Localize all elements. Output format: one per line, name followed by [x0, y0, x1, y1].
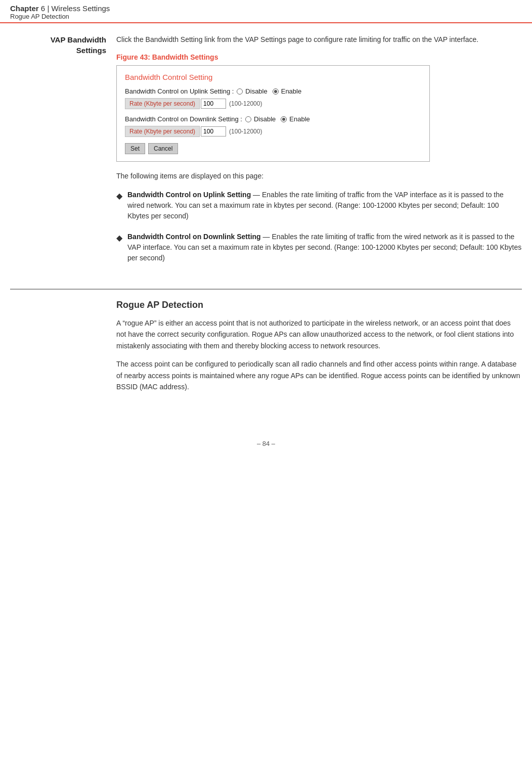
downlink-enable-label: Enable — [289, 115, 309, 123]
downlink-label: Bandwidth Control on Downlink Setting : — [125, 115, 242, 123]
bw-box-title: Bandwidth Control Setting — [125, 73, 421, 81]
page-footer: – 84 – — [0, 440, 532, 458]
uplink-enable-label: Enable — [281, 87, 301, 95]
bullet-diamond-icon: ◆ — [116, 232, 122, 244]
bullet-1-term: Bandwidth Control on Uplink Setting — [127, 191, 251, 199]
following-text: The following items are displayed on thi… — [116, 171, 522, 181]
uplink-rate-label: Rate (Kbyte per second) — [125, 98, 200, 109]
uplink-rate-input[interactable] — [201, 99, 226, 109]
uplink-disable-option[interactable]: Disable — [237, 87, 267, 95]
bullet-2-term: Bandwidth Control on Downlink Setting — [127, 233, 261, 241]
list-item: ◆ Bandwidth Control on Uplink Setting — … — [116, 190, 522, 221]
rogue-section-title: Rogue AP Detection — [116, 300, 522, 310]
uplink-radio-group[interactable]: Disable Enable — [237, 87, 301, 95]
rogue-ap-section: Rogue AP Detection A “rogue AP” is eithe… — [10, 300, 522, 399]
uplink-setting-row: Bandwidth Control on Uplink Setting : Di… — [125, 87, 421, 95]
uplink-enable-radio[interactable] — [273, 88, 279, 95]
rogue-left-spacer — [10, 300, 116, 399]
bw-buttons-group: Set Cancel — [125, 143, 421, 154]
section-divider — [10, 289, 522, 290]
cancel-button[interactable]: Cancel — [148, 143, 178, 154]
figure-caption: Figure 43: Bandwidth Settings — [116, 53, 522, 61]
chapter-num: 6 — [41, 4, 45, 13]
vap-bandwidth-section: VAP Bandwidth Settings Click the Bandwid… — [10, 34, 522, 273]
sub-title: Rogue AP Detection — [10, 13, 522, 20]
vap-section-label: VAP Bandwidth Settings — [10, 34, 116, 273]
rogue-right-content: Rogue AP Detection A “rogue AP” is eithe… — [116, 300, 522, 399]
page-number: – 84 – — [257, 440, 275, 447]
rogue-para1: A “rogue AP” is either an access point t… — [116, 317, 522, 351]
uplink-disable-label: Disable — [245, 87, 267, 95]
downlink-rate-hint: (100-12000) — [229, 128, 262, 135]
chapter-word: Chapter — [10, 4, 39, 13]
downlink-radio-group[interactable]: Disable Enable — [245, 115, 310, 123]
set-button[interactable]: Set — [125, 143, 145, 154]
main-content: VAP Bandwidth Settings Click the Bandwid… — [0, 24, 532, 420]
uplink-disable-radio[interactable] — [237, 88, 243, 95]
bandwidth-settings-box: Bandwidth Control Setting Bandwidth Cont… — [116, 65, 430, 162]
downlink-rate-label: Rate (Kbyte per second) — [125, 126, 200, 137]
page-header: Chapter 6 | Wireless Settings Rogue AP D… — [0, 0, 532, 23]
vap-intro-text: Click the Bandwidth Setting link from th… — [116, 34, 522, 45]
downlink-setting-row: Bandwidth Control on Downlink Setting : … — [125, 115, 421, 123]
rogue-para2: The access point can be configured to pe… — [116, 358, 522, 392]
downlink-enable-radio[interactable] — [281, 116, 287, 122]
uplink-rate-row: Rate (Kbyte per second) (100-12000) — [125, 98, 421, 109]
downlink-disable-label: Disable — [254, 115, 276, 123]
downlink-disable-option[interactable]: Disable — [245, 115, 276, 123]
uplink-enable-option[interactable]: Enable — [273, 87, 301, 95]
chapter-title: Wireless Settings — [51, 4, 110, 13]
chapter-label: Chapter 6 | Wireless Settings — [10, 4, 522, 13]
list-item: ◆ Bandwidth Control on Downlink Setting … — [116, 232, 522, 263]
bullet-item-2-text: Bandwidth Control on Downlink Setting — … — [127, 232, 522, 263]
uplink-rate-hint: (100-12000) — [229, 100, 262, 107]
vap-section-content: Click the Bandwidth Setting link from th… — [116, 34, 522, 273]
downlink-disable-radio[interactable] — [245, 116, 251, 122]
downlink-rate-row: Rate (Kbyte per second) (100-12000) — [125, 126, 421, 137]
downlink-rate-input[interactable] — [201, 126, 226, 136]
bullet-item-1-text: Bandwidth Control on Uplink Setting — En… — [127, 190, 522, 221]
bullet-diamond-icon: ◆ — [116, 190, 122, 202]
downlink-enable-option[interactable]: Enable — [281, 115, 309, 123]
bullet-list: ◆ Bandwidth Control on Uplink Setting — … — [116, 190, 522, 263]
uplink-label: Bandwidth Control on Uplink Setting : — [125, 87, 234, 95]
